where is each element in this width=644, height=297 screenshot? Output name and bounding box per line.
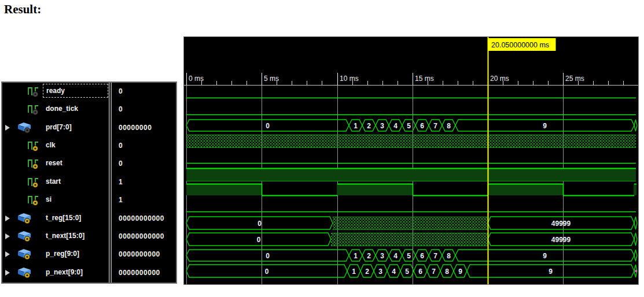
bus-value-label: 6	[418, 268, 422, 276]
signal-name-cell[interactable]: p_reg[9:0]	[43, 247, 108, 261]
ruler-tick-label: 10 ms	[340, 75, 359, 83]
ruler-tick-label: 15 ms	[415, 75, 434, 83]
bus-value-label: 9	[549, 268, 553, 276]
bus-value-label: 4	[393, 122, 398, 130]
bus-signal-icon	[17, 266, 33, 281]
bit-signal-icon	[27, 176, 41, 191]
bus-signal-icon	[17, 212, 33, 227]
signal-name-label: clk	[46, 141, 56, 149]
bus-value-label: 5	[405, 268, 409, 276]
signal-row-ready[interactable]: ready0	[2, 83, 176, 101]
signal-name-cell[interactable]: t_next[15:0]	[43, 229, 108, 243]
wave-row-p_reg-9-0-[interactable]: 0123456789	[186, 250, 637, 261]
signal-name-cell[interactable]: t_reg[15:0]	[43, 211, 108, 225]
signal-row-clk[interactable]: clk0	[2, 137, 176, 155]
bus-value-label: 5	[407, 252, 411, 260]
bus-signal-icon	[17, 248, 33, 263]
wave-row-si[interactable]	[186, 184, 636, 196]
signal-value: 0	[119, 84, 175, 99]
bus-value-label: 7	[433, 252, 437, 260]
signal-name-label: done_tick	[46, 105, 78, 113]
bus-value-label: 0	[266, 252, 270, 260]
bit-signal-icon	[27, 157, 41, 173]
end-marker	[635, 270, 637, 272]
signal-name-cell[interactable]: start	[43, 175, 108, 188]
bus-value-label: 4	[392, 268, 396, 276]
bus-value-label: 3	[380, 252, 384, 260]
signal-name-cell[interactable]: p_next[9:0]	[43, 265, 108, 279]
signal-value: 00000000000	[119, 229, 175, 244]
signal-name-label: prd[7:0]	[46, 123, 72, 131]
signal-name-label: t_reg[15:0]	[46, 214, 81, 222]
signal-value: 1	[119, 192, 175, 207]
signal-row-si[interactable]: si1	[2, 191, 176, 209]
bus-signal-icon	[17, 230, 33, 245]
signal-row-t_reg-15-0-[interactable]: t_reg[15:0]00000000000	[2, 210, 176, 228]
signal-value: 0	[119, 138, 175, 153]
ruler-tick-label: 25 ms	[565, 75, 584, 83]
bus-value-label: 9	[458, 268, 462, 276]
signal-name-label: si	[46, 195, 51, 203]
signal-row-prd-7-0-[interactable]: prd[7:0]00000000	[2, 119, 176, 137]
expand-arrow-icon[interactable]	[5, 270, 10, 276]
bus-value-label: 0	[257, 220, 262, 228]
signal-row-done_tick[interactable]: done_tick0	[2, 101, 176, 118]
signal-row-p_reg-9-0-[interactable]: p_reg[9:0]0000000000	[2, 246, 176, 263]
ruler-tick-label: 20 ms	[490, 75, 509, 83]
signal-name-cell[interactable]: prd[7:0]	[43, 120, 108, 134]
waveform-canvas[interactable]: 0 ms5 ms10 ms15 ms20 ms25 ms012345678904…	[184, 37, 638, 284]
page-title: Result:	[4, 2, 41, 17]
signal-row-p_next-9-0-[interactable]: p_next[9:0]0000000000	[2, 264, 176, 282]
signal-row-t_next-15-0-[interactable]: t_next[15:0]00000000000	[2, 228, 176, 246]
bus-value-label: 1	[354, 122, 358, 130]
signal-value: 0	[119, 102, 175, 117]
bus-value-label: 3	[378, 268, 382, 276]
signal-name-label: ready	[46, 87, 65, 95]
signal-name-label: p_reg[9:0]	[46, 250, 79, 258]
expand-arrow-icon[interactable]	[5, 125, 10, 131]
wave-row-p_next-9-0-[interactable]: 01234567899	[186, 265, 637, 277]
signal-name-cell[interactable]: done_tick	[43, 102, 108, 116]
waveform-panel[interactable]: 0 ms5 ms10 ms15 ms20 ms25 ms012345678904…	[183, 36, 639, 285]
bus-value-label: 0	[257, 236, 261, 244]
wave-row-t_reg-15-0-[interactable]: 049999	[186, 217, 637, 230]
bus-value-label: 0	[266, 122, 270, 130]
signal-name-cell[interactable]: si	[43, 192, 108, 206]
bus-value-label: 49999	[551, 220, 571, 228]
expand-arrow-icon[interactable]	[5, 233, 10, 239]
bus-value-label: 2	[367, 122, 371, 130]
signal-name-label: reset	[46, 159, 62, 167]
signal-name-label: t_next[15:0]	[46, 232, 84, 240]
bus-signal-icon	[17, 121, 33, 136]
expand-arrow-icon[interactable]	[5, 216, 10, 221]
signal-row-reset[interactable]: reset0	[2, 155, 176, 173]
bus-value-label: 9	[543, 122, 547, 130]
bus-value-label: 7	[432, 268, 436, 276]
signal-name-cell[interactable]: ready	[43, 84, 108, 98]
report-page: { "title": "Result:", "cursor": { "time_…	[0, 0, 644, 297]
bus-value-label: 1	[352, 268, 356, 276]
signal-name-cell[interactable]: clk	[43, 138, 108, 152]
signal-value: 00000000000	[119, 211, 175, 226]
signal-row-start[interactable]: start1	[2, 173, 176, 191]
bus-value-label: 7	[433, 122, 437, 130]
bus-value-label: 5	[407, 122, 411, 130]
signal-value: 0	[119, 156, 175, 171]
signal-name-cell[interactable]: reset	[43, 156, 108, 170]
signal-name-label: p_next[9:0]	[46, 268, 83, 276]
wave-row-start[interactable]	[186, 168, 636, 181]
bus-value-label: 9	[543, 252, 547, 260]
bus-value-label: 3	[380, 122, 384, 130]
bit-signal-icon	[27, 194, 41, 209]
wave-row-t_next-15-0-[interactable]: 049999	[186, 233, 637, 246]
signal-name-label: start	[46, 177, 61, 185]
wave-row-prd-7-0-[interactable]: 0123456789	[186, 120, 637, 131]
bus-value-label: 2	[367, 252, 371, 260]
name-value-splitter[interactable]	[109, 83, 112, 283]
wave-row-clk[interactable]	[186, 135, 636, 148]
expand-arrow-icon[interactable]	[5, 251, 10, 257]
time-ruler[interactable]: 0 ms5 ms10 ms15 ms20 ms25 ms	[184, 73, 638, 86]
bus-value-label: 8	[447, 252, 451, 260]
bus-value-label: 6	[420, 252, 424, 260]
bit-signal-icon	[27, 139, 41, 155]
